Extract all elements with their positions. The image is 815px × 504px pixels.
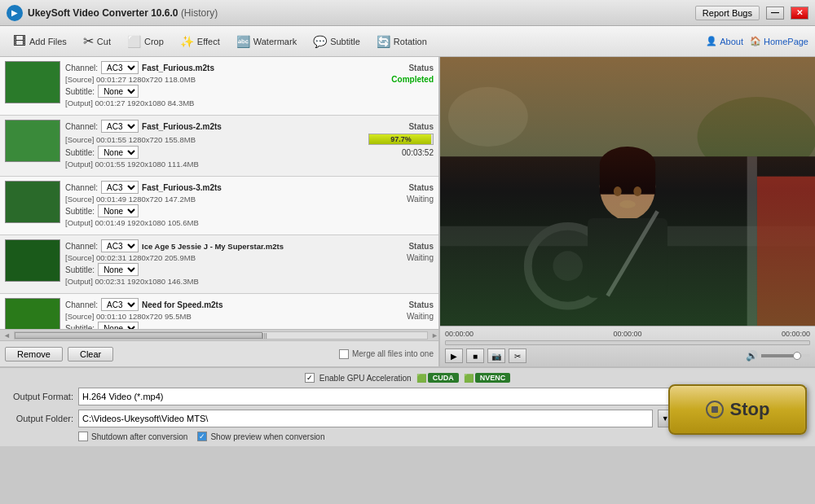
- snapshot-button[interactable]: 📷: [487, 348, 505, 363]
- subtitle-select-2[interactable]: None: [98, 146, 139, 159]
- app-title: UkeySoft Video Converter 10.6.0: [28, 7, 178, 19]
- status-value-3: Waiting: [407, 195, 434, 204]
- thumbnail-4: [5, 239, 60, 282]
- play-button[interactable]: ▶: [445, 348, 463, 363]
- cut-player-button[interactable]: ✂: [509, 348, 526, 363]
- filename-1: Fast_Furious.m2ts: [142, 64, 214, 72]
- merge-label-text: Merge all files into one: [352, 349, 434, 358]
- title-right: Report Bugs — ✕: [695, 6, 808, 20]
- volume-thumb[interactable]: [793, 352, 801, 360]
- time-row: 00:00:00 00:00:00 00:00:00: [445, 330, 810, 338]
- filename-4: Ice Age 5 Jessie J - My Superstar.m2ts: [142, 242, 284, 251]
- homepage-label: HomePage: [764, 37, 808, 46]
- scene-overlay: [440, 57, 815, 326]
- folder-input[interactable]: [78, 410, 653, 427]
- rotation-button[interactable]: 🔄 Rotation: [370, 33, 434, 50]
- output-info-2: [Output] 00:01:55 1920x1080 111.4MB: [65, 160, 199, 169]
- film-add-icon: 🎞: [13, 34, 26, 49]
- title-text: UkeySoft Video Converter 10.6.0 (History…: [28, 7, 218, 19]
- stop-button-area: Stop: [668, 384, 807, 435]
- format-input[interactable]: [78, 388, 703, 405]
- bottom-wrapper: ✓ Enable GPU Acceleration 🟩 CUDA 🟩 NVENC…: [0, 366, 815, 446]
- shutdown-option[interactable]: Shutdown after conversion: [78, 432, 187, 441]
- volume-control: 🔊: [746, 350, 810, 362]
- crop-button[interactable]: ⬜ Crop: [121, 33, 170, 50]
- nvidia-logo-2: 🟩: [464, 374, 474, 383]
- report-bugs-button[interactable]: Report Bugs: [695, 6, 760, 20]
- shutdown-checkbox[interactable]: [78, 432, 88, 441]
- channel-select-5[interactable]: AC3: [101, 298, 139, 311]
- minimize-button[interactable]: —: [766, 7, 784, 20]
- volume-icon: 🔊: [746, 350, 758, 362]
- subtitle-button[interactable]: 💬 Subtitle: [306, 33, 367, 50]
- gpu-checkbox[interactable]: ✓: [305, 373, 315, 383]
- effect-icon: ✨: [180, 35, 194, 48]
- merge-checkbox[interactable]: [339, 349, 349, 359]
- channel-label-4: Channel:: [65, 242, 98, 251]
- subtitle-label-2: Subtitle:: [65, 148, 95, 157]
- effect-button[interactable]: ✨ Effect: [174, 33, 227, 50]
- gpu-row: ✓ Enable GPU Acceleration 🟩 CUDA 🟩 NVENC: [8, 373, 807, 383]
- watermark-button[interactable]: 🔤 Watermark: [230, 33, 303, 50]
- status-value-4: Waiting: [407, 253, 434, 262]
- main-area: Channel: AC3 Fast_Furious.m2ts Status [S…: [0, 57, 815, 366]
- remove-button[interactable]: Remove: [5, 347, 63, 362]
- list-item: Channel: AC3 Fast_Furious-2.m2ts Status …: [0, 116, 438, 177]
- channel-select-1[interactable]: AC3: [101, 61, 139, 74]
- merge-option[interactable]: Merge all files into one: [339, 349, 434, 359]
- source-info-1: [Source] 00:01:27 1280x720 118.0MB: [65, 75, 196, 84]
- subtitle-select-4[interactable]: None: [98, 263, 139, 276]
- file-row-top-1: Channel: AC3 Fast_Furious.m2ts Status: [65, 61, 434, 74]
- nvidia-logo-1: 🟩: [416, 374, 426, 383]
- about-link[interactable]: 👤 About: [706, 36, 743, 46]
- add-files-button[interactable]: 🎞 Add Files: [7, 32, 73, 51]
- thumbnail-1: [5, 61, 60, 103]
- subtitle-select-3[interactable]: None: [98, 204, 139, 217]
- source-info-2: [Source] 00:01:55 1280x720 155.8MB: [65, 135, 196, 144]
- seek-bar[interactable]: [445, 340, 810, 345]
- stop-icon: [706, 401, 724, 419]
- cut-label: Cut: [97, 37, 111, 46]
- subtitle-label-1: Subtitle:: [65, 87, 95, 96]
- volume-slider[interactable]: [761, 354, 810, 357]
- homepage-link[interactable]: 🏠 HomePage: [750, 36, 808, 46]
- clear-button[interactable]: Clear: [68, 347, 113, 362]
- channel-select-2[interactable]: AC3: [101, 120, 139, 133]
- output-format-label: Output Format:: [8, 392, 73, 401]
- time-center: 00:00:00: [613, 330, 641, 338]
- close-button[interactable]: ✕: [791, 7, 808, 20]
- output-folder-label: Output Folder:: [8, 414, 73, 423]
- subtitle-select-5[interactable]: None: [98, 322, 139, 329]
- stop-button[interactable]: Stop: [668, 384, 807, 435]
- subtitle-row-1: Subtitle: None: [65, 85, 434, 98]
- source-row-2: [Source] 00:01:55 1280x720 155.8MB 97.7%: [65, 134, 434, 145]
- stop-button-player[interactable]: ■: [466, 348, 484, 363]
- channel-label-2: Channel:: [65, 122, 98, 131]
- horizontal-scrollbar[interactable]: ◄ ||| ►: [0, 329, 438, 340]
- nvenc-badge: NVENC: [475, 373, 511, 383]
- cuda-badge: CUDA: [428, 373, 459, 383]
- file-list-scroll[interactable]: Channel: AC3 Fast_Furious.m2ts Status [S…: [0, 57, 438, 329]
- status-header-3: Status: [408, 183, 434, 192]
- subtitle-select-1[interactable]: None: [98, 85, 139, 98]
- crop-icon: ⬜: [127, 35, 141, 48]
- list-item: Channel: AC3 Fast_Furious.m2ts Status [S…: [0, 57, 438, 116]
- source-row-4: [Source] 00:02:31 1280x720 205.9MB Waiti…: [65, 253, 434, 262]
- preview-checkbox[interactable]: ✓: [197, 432, 207, 441]
- subtitle-row-2: Subtitle: None 00:03:52: [65, 146, 434, 159]
- channel-select-3[interactable]: AC3: [101, 181, 139, 194]
- progress-bar-2: 97.7%: [368, 134, 434, 145]
- thumbnail-2: [5, 120, 60, 162]
- effect-label: Effect: [197, 37, 220, 46]
- file-info-2: Channel: AC3 Fast_Furious-2.m2ts Status …: [65, 120, 434, 169]
- channel-select-4[interactable]: AC3: [101, 239, 139, 252]
- source-row-3: [Source] 00:01:49 1280x720 147.2MB Waiti…: [65, 195, 434, 204]
- source-row-5: [Source] 00:01:10 1280x720 95.5MB Waitin…: [65, 312, 434, 321]
- preview-option[interactable]: ✓ Show preview when conversion: [197, 432, 324, 441]
- subtitle-label: Subtitle: [330, 37, 360, 46]
- file-info-5: Channel: AC3 Need for Speed.m2ts Status …: [65, 298, 434, 329]
- filename-5: Need for Speed.m2ts: [142, 300, 222, 309]
- title-left: ▶ UkeySoft Video Converter 10.6.0 (Histo…: [7, 5, 218, 21]
- cut-button[interactable]: ✂ Cut: [77, 31, 117, 51]
- shutdown-label: Shutdown after conversion: [91, 432, 187, 441]
